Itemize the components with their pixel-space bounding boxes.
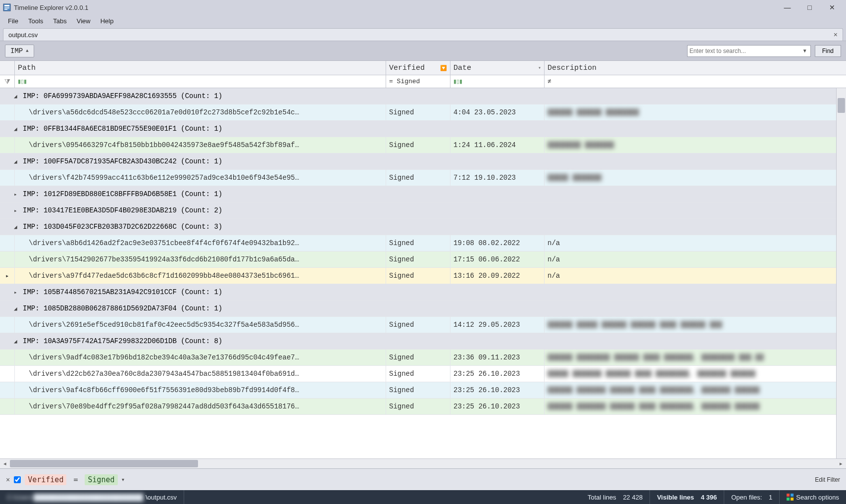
row-indicator (0, 399, 15, 414)
group-row[interactable]: ◢IMP: 0FFB1344F8A6EC81BD9EC755E90E01F1 (… (0, 121, 846, 137)
group-row[interactable]: ◢IMP: 10A3A975F742A175AF2998322D06D1DB (… (0, 333, 846, 350)
group-label: IMP: 103D045F023CFB203B37D2C62D22668C (C… (23, 223, 222, 231)
group-row[interactable]: ◢IMP: 103D045F023CFB203B37D2C62D22668C (… (0, 219, 846, 235)
rows-viewport[interactable]: ◢IMP: 0FA6999739ABDA9AEFF98A28C1693555 (… (0, 88, 846, 415)
row-indicator (0, 382, 15, 398)
filter-verified[interactable]: = Signed (386, 75, 450, 88)
table-row[interactable]: \drivers\f42b745999acc411c63b6e112e99902… (0, 170, 846, 186)
minimize-button[interactable]: — (776, 0, 798, 14)
search-box[interactable]: ▼ (687, 45, 811, 57)
cell-path: \drivers\9af4c8fb66cff6900e6f51f7556391e… (15, 382, 386, 398)
group-row[interactable]: ▸IMP: 105B74485670215AB231A942C9101CCF (… (0, 284, 846, 301)
search-dropdown-icon[interactable]: ▼ (801, 48, 808, 53)
filter-close-icon[interactable]: × (6, 476, 10, 484)
svg-rect-5 (791, 494, 794, 497)
horizontal-scrollbar[interactable]: ◂ ▸ (0, 458, 846, 468)
status-open-files: Open files: 1 (724, 490, 780, 504)
cell-verified: Signed (386, 317, 450, 333)
table-row[interactable]: ▸\drivers\a97fd477edae5dc63b6c8cf71d1602… (0, 268, 846, 284)
group-row[interactable]: ◢IMP: 1085DB2880B062878861D5692DA73F04 (… (0, 301, 846, 317)
row-indicator (0, 366, 15, 382)
filter-path[interactable]: ▮▯▮ (15, 75, 386, 88)
collapse-icon[interactable]: ◢ (14, 93, 20, 100)
menu-help[interactable]: Help (96, 16, 119, 26)
group-label: IMP: 105B74485670215AB231A942C9101CCF (C… (23, 288, 222, 296)
table-row[interactable]: \drivers\d22cb627a30ea760c8da2307943a454… (0, 366, 846, 382)
filter-description[interactable]: ≠ (545, 75, 846, 88)
menu-file[interactable]: File (3, 16, 23, 26)
cell-description: n/a (545, 268, 846, 284)
status-path: C:\Users\████████████████████████\output… (0, 490, 184, 504)
svg-rect-3 (4, 9, 7, 10)
menu-tools[interactable]: Tools (23, 16, 48, 26)
collapse-icon[interactable]: ◢ (14, 126, 20, 132)
svg-rect-2 (4, 7, 9, 8)
group-row[interactable]: ◢IMP: 100FF5A7DC871935AFCB2A3D430BC242 (… (0, 153, 846, 170)
horizontal-scroll-track[interactable] (10, 459, 836, 468)
status-search-options[interactable]: Search options (780, 490, 846, 504)
edit-filter-link[interactable]: Edit Filter (815, 476, 840, 483)
collapse-icon[interactable]: ◢ (14, 158, 20, 165)
group-row[interactable]: ▸IMP: 103417E1E0BEA3D5DF4B0298E3DAB219 (… (0, 202, 846, 219)
cell-path: \drivers\a97fd477edae5dc63b6c8cf71d16020… (15, 268, 386, 284)
filter-icon[interactable]: 🔽 (440, 65, 447, 71)
table-row[interactable]: \drivers\9af4c8fb66cff6900e6f51f7556391e… (0, 382, 846, 399)
tab-close-icon[interactable]: × (834, 31, 838, 39)
filter-history-dropdown-icon[interactable]: ▾ (122, 477, 124, 482)
auto-filter-row: ⧩ ▮▯▮ = Signed ▮▯▮ ≠ (0, 75, 846, 88)
column-row-indicator[interactable] (0, 61, 15, 75)
cell-description: █████ ███████ (545, 170, 846, 186)
column-path[interactable]: Path (15, 61, 386, 75)
cell-path: \drivers\9adf4c083e17b96bd182cbe394c40a3… (15, 350, 386, 365)
vertical-scrollbar[interactable] (836, 88, 846, 458)
maximize-button[interactable]: □ (798, 0, 821, 14)
table-row[interactable]: \drivers\a8b6d1426ad2f2ac9e3e03751cbee8f… (0, 235, 846, 252)
scroll-left-icon[interactable]: ◂ (0, 460, 10, 467)
row-indicator (0, 317, 15, 333)
app-icon (3, 3, 11, 11)
group-cell: ◢IMP: 103D045F023CFB203B37D2C62D22668C (… (0, 219, 846, 235)
group-row[interactable]: ▸IMP: 1012FD89EBD880E1C8BFFFB9AD6B58E1 (… (0, 186, 846, 202)
grid-body: ◢IMP: 0FA6999739ABDA9AEFF98A28C1693555 (… (0, 88, 846, 458)
column-description[interactable]: Description (545, 61, 846, 75)
filter-enabled-checkbox[interactable] (14, 476, 21, 483)
cell-description: n/a (545, 235, 846, 251)
group-row[interactable]: ◢IMP: 0FA6999739ABDA9AEFF98A28C1693555 (… (0, 88, 846, 104)
table-row[interactable]: \drivers\70e89be4dffc29f95af028a79982447… (0, 399, 846, 415)
collapse-icon[interactable]: ◢ (14, 338, 20, 345)
cell-verified: Signed (386, 170, 450, 186)
table-row[interactable]: \drivers\2691e5ef5ced910cb81faf0c42eec5d… (0, 317, 846, 333)
group-panel[interactable]: IMP ▲ ▼ Find (0, 41, 846, 60)
expand-icon[interactable]: ▸ (14, 207, 20, 214)
group-chip-imp[interactable]: IMP ▲ (5, 45, 34, 57)
horizontal-scroll-thumb[interactable] (10, 460, 198, 467)
expand-icon[interactable]: ▸ (14, 191, 20, 198)
column-verified[interactable]: Verified🔽 (386, 61, 450, 75)
table-row[interactable]: \drivers\a56dc6dcd548e523ccc06201a7e0d01… (0, 104, 846, 121)
tab-output-csv[interactable]: output.csv × (3, 28, 843, 41)
find-button[interactable]: Find (815, 45, 841, 57)
expand-icon[interactable]: ▸ (14, 289, 20, 296)
row-indicator (0, 104, 15, 120)
menu-view[interactable]: View (72, 16, 96, 26)
cell-verified: Signed (386, 268, 450, 284)
close-button[interactable]: ✕ (821, 0, 843, 14)
collapse-icon[interactable]: ◢ (14, 224, 20, 230)
svg-rect-7 (791, 498, 794, 501)
table-row[interactable]: \drivers\9adf4c083e17b96bd182cbe394c40a3… (0, 350, 846, 366)
filter-date[interactable]: ▮▯▮ (450, 75, 545, 88)
column-date[interactable]: Date▾ (450, 61, 545, 75)
search-input[interactable] (690, 48, 801, 54)
collapse-icon[interactable]: ◢ (14, 305, 20, 312)
filter-row-indicator[interactable]: ⧩ (0, 75, 15, 88)
cell-path: \drivers\a8b6d1426ad2f2ac9e3e03751cbee8f… (15, 235, 386, 251)
dropdown-icon[interactable]: ▾ (538, 65, 541, 71)
menu-tabs[interactable]: Tabs (48, 16, 71, 26)
table-row[interactable]: \drivers\71542902677be33595419924a33f6dc… (0, 252, 846, 268)
filter-token-value[interactable]: Signed (85, 474, 117, 485)
vertical-scroll-thumb[interactable] (838, 98, 845, 113)
table-row[interactable]: \drivers\0954663297c4fb8150bb1bb00424359… (0, 137, 846, 153)
scroll-right-icon[interactable]: ▸ (836, 460, 846, 467)
filter-token-field[interactable]: Verified (25, 474, 66, 485)
group-cell: ◢IMP: 100FF5A7DC871935AFCB2A3D430BC242 (… (0, 153, 846, 169)
